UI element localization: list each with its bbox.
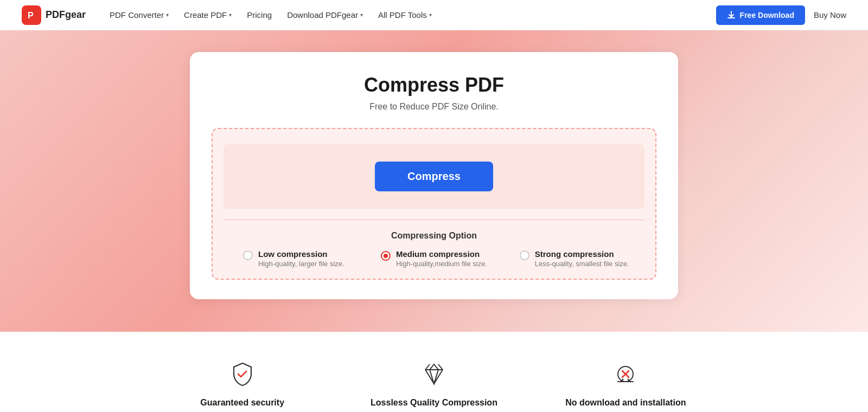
medium-compression-label: Medium compression — [396, 249, 487, 259]
option-strong-compression[interactable]: Strong compression Less-quality, smalles… — [504, 249, 644, 268]
nav-link-pdf-converter[interactable]: PDF Converter ▾ — [103, 6, 175, 24]
svg-text:P: P — [28, 11, 34, 20]
options-area: Compressing Option Low compression High-… — [224, 220, 644, 268]
feature-no-install: No download and installation You don't n… — [541, 359, 711, 412]
main-card: Compress PDF Free to Reduce PDF Size Onl… — [190, 52, 678, 299]
nav-links: PDF Converter ▾ Create PDF ▾ Pricing Dow… — [103, 6, 716, 24]
chevron-down-icon: ▾ — [229, 12, 232, 18]
download-icon — [727, 11, 736, 20]
compress-button[interactable]: Compress — [375, 162, 493, 191]
option-low-compression[interactable]: Low compression High-quality, larger fil… — [224, 249, 364, 268]
logo-icon: P — [22, 5, 41, 25]
buy-now-button[interactable]: Buy Now — [814, 10, 846, 20]
no-install-icon — [610, 359, 641, 389]
option-medium-compression[interactable]: Medium compression High-quality,medium f… — [364, 249, 505, 268]
features-section: Guaranteed security PDFgear won't and ne… — [136, 359, 732, 412]
strong-compression-label: Strong compression — [535, 249, 629, 259]
medium-compression-desc: High-quality,medium file size. — [396, 260, 487, 268]
nav-actions: Free Download Buy Now — [716, 5, 846, 25]
feature-security: Guaranteed security PDFgear won't and ne… — [157, 359, 327, 412]
chevron-down-icon: ▾ — [166, 12, 169, 18]
free-download-button[interactable]: Free Download — [716, 5, 805, 25]
nav-link-download-pdfgear[interactable]: Download PDFgear ▾ — [280, 6, 369, 24]
feature-security-title: Guaranteed security — [157, 398, 327, 408]
chevron-down-icon: ▾ — [360, 12, 363, 18]
nav-link-pricing[interactable]: Pricing — [240, 6, 278, 24]
options-title: Compressing Option — [224, 231, 644, 241]
feature-quality: Lossless Quality Compression PDFgear use… — [349, 359, 519, 412]
hero-background: Compress PDF Free to Reduce PDF Size Onl… — [0, 30, 868, 332]
navbar: P PDFgear PDF Converter ▾ Create PDF ▾ P… — [0, 0, 868, 30]
radio-medium[interactable] — [381, 251, 391, 261]
shield-check-icon — [227, 359, 258, 389]
upload-area[interactable]: Compress Compressing Option Low compress… — [212, 128, 656, 280]
low-compression-label: Low compression — [258, 249, 344, 259]
feature-no-install-title: No download and installation — [541, 398, 711, 408]
nav-link-create-pdf[interactable]: Create PDF ▾ — [177, 6, 238, 24]
radio-low[interactable] — [243, 250, 253, 260]
upload-inner[interactable]: Compress — [224, 144, 644, 209]
chevron-down-icon: ▾ — [429, 12, 432, 18]
page-subtitle: Free to Reduce PDF Size Online. — [212, 102, 656, 112]
feature-quality-title: Lossless Quality Compression — [349, 398, 519, 408]
low-compression-desc: High-quality, larger file size. — [258, 260, 344, 268]
diamond-icon — [419, 359, 449, 389]
radio-strong[interactable] — [520, 250, 529, 260]
logo[interactable]: P PDFgear — [22, 5, 86, 25]
nav-link-all-pdf-tools[interactable]: All PDF Tools ▾ — [372, 6, 438, 24]
logo-text: PDFgear — [46, 9, 86, 21]
page-title: Compress PDF — [212, 74, 656, 96]
strong-compression-desc: Less-quality, smallest file size. — [535, 260, 629, 268]
compression-options: Low compression High-quality, larger fil… — [224, 249, 644, 268]
